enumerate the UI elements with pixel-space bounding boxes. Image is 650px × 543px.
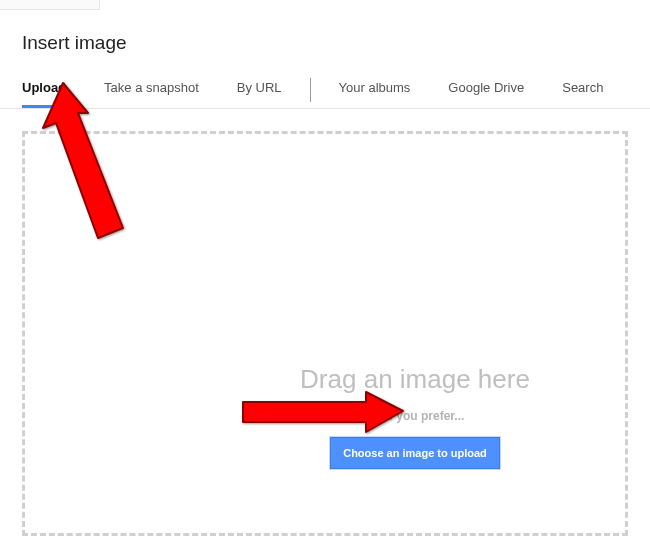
dropzone[interactable]: Drag an image here Or, if you prefer... … bbox=[22, 131, 628, 536]
dialog-title: Insert image bbox=[0, 20, 650, 72]
drag-hint-text: Drag an image here bbox=[25, 364, 625, 395]
tab-search[interactable]: Search bbox=[562, 72, 603, 108]
dropzone-content: Drag an image here Or, if you prefer... … bbox=[25, 364, 625, 469]
window-chrome-stub bbox=[0, 0, 100, 10]
insert-image-dialog: Insert image Upload Take a snapshot By U… bbox=[0, 10, 650, 536]
upload-panel: Drag an image here Or, if you prefer... … bbox=[0, 109, 650, 536]
tab-google-drive[interactable]: Google Drive bbox=[448, 72, 524, 108]
tab-snapshot[interactable]: Take a snapshot bbox=[104, 72, 199, 108]
or-text: Or, if you prefer... bbox=[25, 409, 625, 423]
tab-divider bbox=[310, 78, 311, 102]
tab-your-albums[interactable]: Your albums bbox=[339, 72, 411, 108]
tab-bar: Upload Take a snapshot By URL Your album… bbox=[0, 72, 650, 109]
choose-image-button[interactable]: Choose an image to upload bbox=[330, 437, 500, 469]
tab-by-url[interactable]: By URL bbox=[237, 72, 282, 108]
tab-upload[interactable]: Upload bbox=[22, 72, 66, 108]
